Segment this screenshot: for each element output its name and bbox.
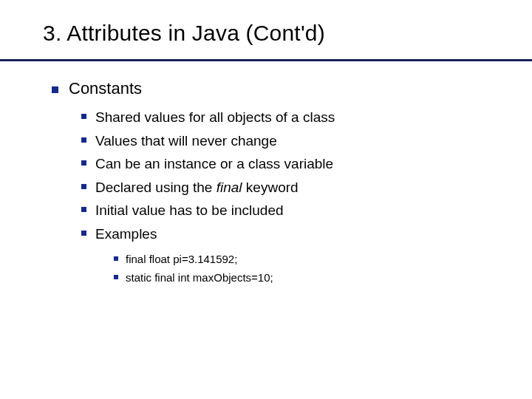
bullet-icon: [81, 207, 86, 212]
point-text: Initial value has to be included: [95, 200, 284, 221]
bullet-icon: [81, 114, 86, 119]
list-item: final float pi=3.141592;: [114, 251, 532, 268]
point-text: Values that will never change: [95, 131, 277, 151]
subpoints: Shared values for all objects of a class…: [81, 107, 532, 286]
bullet-icon: [81, 231, 86, 236]
example-text: final float pi=3.141592;: [126, 251, 237, 268]
list-item: Values that will never change: [81, 131, 532, 151]
section-heading: Constants: [69, 79, 142, 98]
declared-prefix: Declared using the: [95, 180, 216, 195]
list-item: Can be an instance or a class variable: [81, 154, 532, 174]
declared-suffix: keyword: [242, 180, 299, 195]
content: Constants Shared values for all objects …: [0, 61, 532, 286]
list-item: Constants: [52, 79, 532, 98]
bullet-icon: [81, 184, 86, 189]
bullet-icon: [81, 137, 86, 143]
list-item: Declared using the final keyword: [81, 177, 532, 198]
list-item: Examples: [81, 224, 532, 245]
bullet-icon: [52, 86, 58, 93]
title-wrap: 3. Attributes in Java (Cont'd): [0, 0, 532, 53]
bullet-icon: [114, 256, 118, 261]
section-constants: Constants Shared values for all objects …: [52, 79, 532, 286]
example-text: static final int maxObjects=10;: [126, 270, 273, 287]
examples: final float pi=3.141592; static final in…: [114, 251, 532, 286]
point-declared: Declared using the final keyword: [95, 177, 299, 198]
slide: 3. Attributes in Java (Cont'd) Constants…: [0, 0, 532, 399]
bullet-icon: [114, 275, 118, 279]
point-text: Examples: [95, 224, 157, 245]
point-text: Shared values for all objects of a class: [95, 107, 335, 128]
list-item: Initial value has to be included: [81, 200, 532, 221]
list-item: static final int maxObjects=10;: [114, 270, 532, 287]
bullet-icon: [81, 160, 86, 166]
slide-title: 3. Attributes in Java (Cont'd): [43, 21, 532, 46]
point-text: Can be an instance or a class variable: [95, 154, 333, 174]
list-item: Shared values for all objects of a class: [81, 107, 532, 128]
declared-keyword: final: [216, 180, 242, 195]
